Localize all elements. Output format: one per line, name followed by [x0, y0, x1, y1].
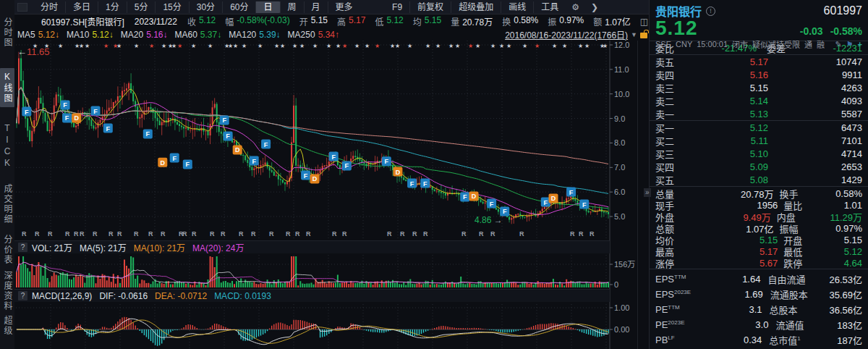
date-label: 2023/11/22 — [135, 17, 177, 27]
marker-letter: F — [423, 180, 427, 188]
rights-issue-marker: R — [342, 230, 347, 237]
rights-issue-marker: R — [182, 230, 187, 237]
rights-issue-marker: R — [192, 230, 197, 237]
buy-queue: 买一5.126473买二5.117101买三5.104714买四5.092653… — [650, 121, 868, 186]
meta-item-2: 15:00:01 — [697, 40, 728, 49]
panel-layout-icon[interactable]: ◫ — [640, 17, 650, 27]
toolbar-tab-2[interactable]: 1分 — [98, 1, 127, 13]
level-volume: 4093 — [841, 96, 862, 106]
star-marker: ★ — [499, 43, 504, 49]
star-marker: ★ — [603, 43, 608, 49]
quote-field-label: 换 — [502, 15, 511, 28]
sidebar-item-6[interactable]: 超级 — [1, 316, 14, 336]
sell-row-0[interactable]: 卖五5.1710747 — [655, 55, 862, 68]
market-meta-row: SSECNY15:00:01闭市疑似减持受限通融✎⚑+ — [655, 38, 862, 50]
candle-wicks-up — [19, 52, 600, 224]
chevron-right-icon[interactable]: ❯ — [585, 2, 604, 12]
toolbar-tab-6[interactable]: 60分 — [222, 1, 255, 13]
toolbar-tab-5[interactable]: 30分 — [189, 1, 222, 13]
meta-item-0: SSE — [655, 40, 671, 49]
marker-letter: F — [304, 172, 308, 180]
star-marker: ★ — [578, 43, 583, 49]
edit-icon[interactable]: ✎ — [835, 40, 841, 49]
fundamental-value: 3.1 — [712, 304, 762, 315]
buy-row-1[interactable]: 买二5.117101 — [655, 134, 862, 147]
toolbar-tab-8[interactable]: 周 — [280, 1, 304, 13]
buy-row-4[interactable]: 买五5.081429 — [655, 173, 862, 186]
sell-row-2[interactable]: 卖三5.154263 — [655, 81, 862, 94]
star-marker: ★ — [103, 43, 109, 49]
level-volume: 6473 — [841, 122, 862, 133]
volume-tick-label: 0 — [614, 280, 618, 289]
sidebar-item-2[interactable]: TICK — [1, 123, 14, 169]
level-price: 5.11 — [689, 135, 768, 146]
star-marker: ★ — [299, 43, 305, 49]
unlock-icon[interactable] — [640, 33, 647, 38]
level-volume: 7101 — [841, 135, 862, 146]
star-marker: ★ — [85, 43, 90, 49]
toolbar-tool-group: F9前复权超级叠加画线工具 — [385, 1, 566, 13]
toolbar-tab-10[interactable]: 更多 — [328, 1, 360, 13]
star-marker: ★ — [116, 43, 122, 49]
chevron-down-icon[interactable]: ▼ — [631, 31, 637, 38]
rights-issue-marker: R — [210, 230, 215, 237]
toolbar-tool-3[interactable]: 画线 — [501, 1, 533, 13]
expand-icon[interactable]: » — [644, 188, 651, 197]
sidebar-item-0[interactable]: 分时图 — [1, 17, 14, 48]
level-price: 5.08 — [689, 174, 768, 185]
quote-field-5: 均5.15 — [413, 15, 441, 28]
ma-value: 5.12↓ — [38, 30, 59, 40]
sidebar-item-5[interactable]: 深度资料 — [1, 271, 14, 311]
level-label: 卖四 — [655, 68, 689, 82]
fundamental-row-0: EPSTTM1.64自由流通26.53亿 — [655, 272, 862, 287]
toolbar-tab-0[interactable]: 分时 — [33, 1, 65, 13]
buy-row-0[interactable]: 买一5.126473 — [655, 121, 862, 134]
gear-icon[interactable]: ⚙ — [566, 2, 585, 12]
left-arrow-icon: ← — [17, 46, 27, 57]
toolbar-tool-2[interactable]: 超级叠加 — [451, 1, 501, 13]
quote-field-0: 收5.12 — [187, 15, 216, 28]
star-marker: ★ — [455, 43, 460, 49]
sell-row-4[interactable]: 卖一5.135587 — [655, 107, 862, 120]
toolbar-corner-button[interactable] — [17, 3, 27, 12]
toolbar-tab-9[interactable]: 月 — [304, 1, 328, 13]
ma-item-5: MA2505.34↑ — [288, 30, 339, 40]
help-icon[interactable]: ? — [18, 291, 27, 300]
sell-row-3[interactable]: 卖二5.144093 — [655, 94, 862, 107]
star-marker: ★ — [522, 43, 527, 49]
toolbar-tab-1[interactable]: 多日 — [65, 1, 98, 13]
toolbar-tools: F9前复权超级叠加画线工具 ⚙ ❯ — [385, 1, 649, 13]
date-range-link[interactable]: 2016/08/16-2023/11/22(1766日) — [505, 28, 628, 41]
marker-letter: D — [74, 114, 79, 122]
fundamental-label-sup: TTM — [674, 274, 686, 280]
stat-value: 5.17 — [715, 246, 778, 257]
toolbar-tab-3[interactable]: 5分 — [127, 1, 156, 13]
sidebar-item-3[interactable]: 成交明细 — [1, 184, 14, 224]
fundamental-label: EPSTTM — [655, 274, 686, 285]
sidebar-item-4[interactable]: 分价表 — [1, 235, 14, 265]
toolbar-tool-4[interactable]: 工具 — [533, 1, 566, 13]
stat-row-4: 均价5.15开盘5.15 — [655, 234, 862, 245]
toolbar-tab-4[interactable]: 15分 — [155, 1, 188, 13]
quote-panel: 贵阳银行 ! 601997 5.12 -0.03-0.58% SSECNY15:… — [649, 0, 868, 349]
buy-row-2[interactable]: 买三5.104714 — [655, 147, 862, 160]
sell-row-1[interactable]: 卖四5.169911 — [655, 68, 862, 81]
fundamental-label: PBLF — [655, 335, 675, 345]
stock-code: 601997 — [824, 4, 862, 17]
kline-chart[interactable]: 12.011.010.09.08.07.06.05.0156万01.000.00… — [14, 41, 649, 349]
toolbar-tool-0[interactable]: F9 — [385, 1, 409, 13]
toolbar-tab-7[interactable]: 日 — [255, 1, 279, 13]
alert-icon[interactable]: ⚑ — [846, 40, 854, 49]
price-change: -0.03-0.58% — [793, 25, 862, 37]
stat-row-5: 最高5.17最低5.12 — [655, 245, 862, 257]
toolbar-tool-1[interactable]: 前复权 — [409, 1, 451, 13]
info-icon[interactable]: ! — [706, 7, 715, 16]
sidebar-item-1[interactable]: K线图 — [0, 68, 14, 107]
ma-label: MA5 — [17, 30, 35, 40]
help-icon[interactable]: ? — [18, 243, 27, 252]
add-icon[interactable]: + — [858, 40, 862, 49]
buy-row-3[interactable]: 买四5.092653 — [655, 160, 862, 173]
ma-label: MA60 — [174, 30, 197, 40]
quote-field-value: 0.58% — [514, 15, 538, 28]
chart-canvas[interactable]: 12.011.010.09.08.07.06.05.0156万01.000.00… — [14, 41, 649, 349]
